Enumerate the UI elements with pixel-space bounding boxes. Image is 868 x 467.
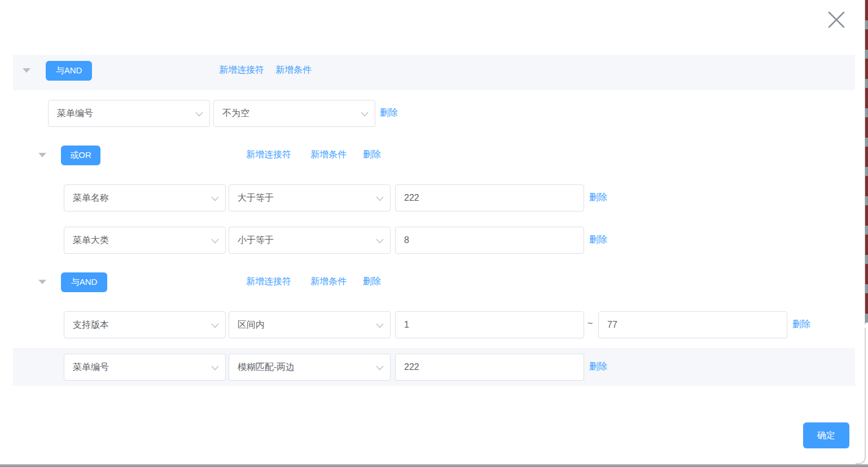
delete-condition-link[interactable]: 删除 (792, 319, 810, 331)
dialog-corner-border (856, 328, 866, 464)
chevron-down-icon (211, 323, 219, 328)
value-input[interactable] (395, 227, 584, 254)
connector-badge[interactable]: 与AND (46, 61, 92, 81)
page-edge-strip (865, 0, 868, 323)
add-connector-link[interactable]: 新增连接符 (246, 149, 291, 161)
operator-select[interactable]: 区间内 (229, 311, 391, 338)
chevron-down-icon (211, 365, 219, 371)
connector-badge[interactable]: 与AND (61, 272, 107, 292)
add-condition-link[interactable]: 新增条件 (310, 276, 347, 288)
close-button[interactable] (827, 11, 845, 29)
field-select[interactable]: 菜单编号 (64, 354, 226, 381)
field-select[interactable]: 支持版本 (64, 311, 226, 338)
caret-down-icon[interactable] (23, 68, 30, 73)
condition-row-range: 支持版本 区间内 ~ 删除 (13, 311, 855, 338)
delete-condition-link[interactable]: 删除 (589, 192, 607, 204)
field-select[interactable]: 菜单编号 (48, 100, 210, 127)
field-select[interactable]: 菜单名称 (64, 184, 226, 212)
delete-group-link[interactable]: 删除 (363, 276, 381, 288)
operator-select-value: 大于等于 (238, 192, 274, 204)
condition-row: 菜单编号 模糊匹配-两边 删除 (13, 354, 855, 381)
chevron-down-icon (376, 239, 384, 244)
delete-condition-link[interactable]: 删除 (589, 234, 607, 246)
window-bottom-border (0, 464, 868, 467)
close-icon (827, 11, 845, 29)
operator-select[interactable]: 不为空 (213, 100, 375, 127)
add-connector-link[interactable]: 新增连接符 (219, 64, 264, 76)
delete-group-link[interactable]: 删除 (363, 149, 381, 161)
operator-select[interactable]: 模糊匹配-两边 (229, 354, 391, 381)
add-condition-link[interactable]: 新增条件 (275, 64, 312, 76)
chevron-down-icon (376, 323, 384, 328)
chevron-down-icon (376, 196, 384, 201)
caret-down-icon[interactable] (38, 153, 46, 157)
filter-builder-dialog: 与AND 新增连接符 新增条件 菜单编号 不为空 删除 或OR 新增连接符 新增… (0, 0, 868, 467)
connector-badge[interactable]: 或OR (61, 146, 100, 165)
field-select-value: 菜单编号 (73, 362, 109, 373)
group-header-or: 或OR 新增连接符 新增条件 删除 (13, 144, 855, 168)
field-select-value: 菜单编号 (57, 108, 93, 120)
condition-row: 菜单大类 小于等于 删除 (13, 227, 855, 254)
condition-row: 菜单编号 不为空 删除 (13, 100, 855, 127)
operator-select[interactable]: 大于等于 (229, 184, 391, 212)
value-input[interactable] (395, 184, 584, 212)
group-header-root: 与AND 新增连接符 新增条件 (13, 55, 855, 90)
caret-down-icon[interactable] (38, 280, 46, 284)
chevron-down-icon (211, 239, 219, 244)
field-select-value: 菜单大类 (73, 235, 109, 246)
operator-select[interactable]: 小于等于 (229, 227, 391, 254)
group-header-and: 与AND 新增连接符 新增条件 删除 (13, 271, 855, 294)
confirm-button[interactable]: 确定 (803, 422, 849, 448)
range-from-input[interactable] (395, 311, 584, 338)
delete-condition-link[interactable]: 删除 (380, 107, 398, 119)
range-to-input[interactable] (598, 311, 787, 338)
range-separator: ~ (588, 319, 593, 329)
chevron-down-icon (211, 196, 219, 201)
field-select-value: 菜单名称 (73, 192, 109, 204)
chevron-down-icon (195, 112, 203, 117)
field-select[interactable]: 菜单大类 (64, 227, 226, 254)
operator-select-value: 区间内 (238, 319, 265, 331)
chevron-down-icon (361, 112, 369, 117)
operator-select-value: 不为空 (222, 108, 249, 120)
operator-select-value: 模糊匹配-两边 (238, 362, 295, 373)
add-connector-link[interactable]: 新增连接符 (246, 276, 291, 288)
condition-row: 菜单名称 大于等于 删除 (13, 184, 855, 212)
delete-condition-link[interactable]: 删除 (589, 361, 607, 373)
field-select-value: 支持版本 (73, 319, 109, 331)
add-condition-link[interactable]: 新增条件 (310, 149, 347, 161)
chevron-down-icon (376, 365, 384, 371)
value-input[interactable] (395, 354, 584, 381)
operator-select-value: 小于等于 (238, 235, 274, 246)
